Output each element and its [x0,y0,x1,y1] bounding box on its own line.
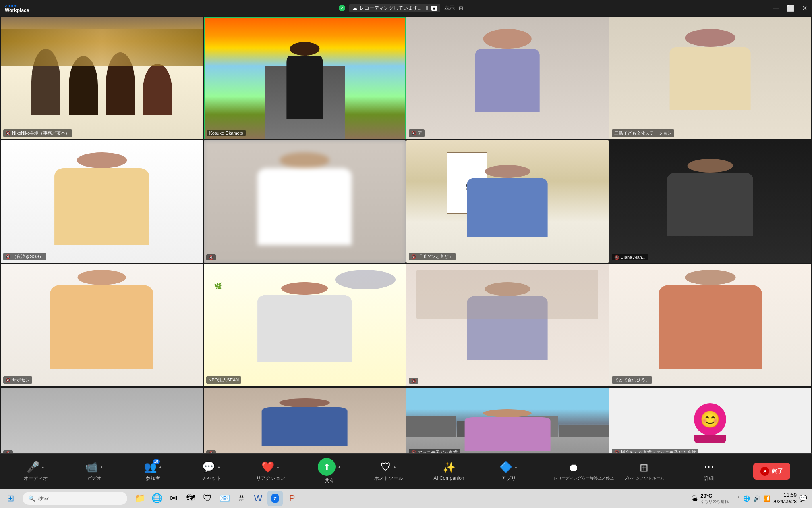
apps-button[interactable]: 🔷 ▲ アプリ [495,461,523,482]
video-cell-sean[interactable]: 🌿 NPO法人SEAN [204,264,406,386]
audio-button[interactable]: 🎤 ▲ オーディオ [22,461,50,482]
bottom-cell-robot[interactable]: 😊 🔇 桜台みんな食堂・アッテモ子ども食堂 [609,388,812,459]
reactions-chevron[interactable]: ▲ [276,465,280,469]
participant-label-kosuke: Kosuke Okamoto [207,130,246,136]
breakout-label: ブレイクアウトルーム [624,476,664,481]
video-cell-diana[interactable]: 🔇 Diana Alan... [609,140,812,263]
participants-button[interactable]: 👥 15 ▲ 参加者 [139,461,167,482]
video-label: ビデオ [87,475,102,482]
word-icon: W [254,493,263,504]
taskbar-app-maps[interactable]: 🗺 [183,491,198,506]
taskbar-app-slack[interactable]: # [234,491,249,506]
ai-companion-button[interactable]: ✨ AI Companion [433,461,464,481]
video-cell-p3[interactable]: 🔇 ア [406,17,609,139]
participant-name-diana: Diana Alan... [621,255,646,260]
grid-icon[interactable]: ⊞ [459,5,463,11]
tray-network-icon: 🌐 [743,495,750,502]
microphone-icon: 🎤 [27,461,39,473]
camera-icon: 📹 [85,461,98,473]
audio-chevron[interactable]: ▲ [41,465,45,469]
tray-wifi-icon: 📶 [763,495,770,502]
participant-label-p11: 🔇 [409,378,418,384]
details-label: 詳細 [704,475,714,482]
mic-muted-icon: 🔇 [6,254,10,259]
apps-icon: 🔷 [499,461,512,473]
video-cell-tetote[interactable]: てとて食のひろ。 [609,264,812,386]
display-button[interactable]: 表示 [444,4,455,12]
video-cell-nikoni[interactable]: 🔇 NikoNiko会場（事務局藤本） [1,17,203,139]
end-x-icon: ✕ [760,467,769,476]
restore-icon[interactable]: ⬜ [787,4,795,12]
end-button[interactable]: ✕ 終了 [753,463,790,480]
windows-start-button[interactable]: ⊞ [0,489,21,508]
taskbar-app-powerpoint[interactable]: P [284,491,300,506]
mic-muted-icon: 🔇 [6,131,10,135]
taskbar-app-outlook[interactable]: 📧 [217,491,232,506]
recording-button[interactable]: ⏺ レコーディングを一時停止／停止 [553,462,594,481]
title-bar: zoom Workplace ✓ ☁ レコーディングしています... ⏸ ■ 表… [0,0,812,16]
tray-volume-icon: 🔊 [753,495,760,502]
video-cell-p11[interactable]: 🔇 [406,264,609,386]
recording-badge: ☁ レコーディングしています... ⏸ ■ [349,4,440,12]
mic-muted-icon: 🔇 [411,254,416,259]
bottom-cell-atemo[interactable]: 🔇 アッテモ子ども食堂 [406,388,609,459]
participant-label-potsu: 🔇 「ポツンと食ど」 [409,253,456,260]
breakout-icon: ⊞ [640,462,648,474]
participant-name-tetote: てとて食のひろ。 [614,377,650,383]
maps-icon: 🗺 [186,493,195,504]
notification-icon[interactable]: 💬 [799,494,807,502]
weather-temp: 29°C [700,493,729,499]
taskbar-app-security[interactable]: 🛡 [200,491,215,506]
video-cell-yorunaki[interactable]: 🔇 （夜泣きSOS） [1,140,203,263]
participant-name-mishima: 三島子ども文化ステーション [614,130,672,136]
taskbar-app-explorer[interactable]: 📁 [132,491,147,506]
tray-chevron[interactable]: ^ [737,496,740,501]
video-cell-kosuke[interactable]: Kosuke Okamoto [204,17,406,139]
taskbar-search-box[interactable]: 🔍 検索 [23,492,127,505]
taskbar-app-chrome[interactable]: 🌐 [149,491,164,506]
taskbar-app-zoom[interactable]: z [267,491,283,506]
end-button-inner[interactable]: ✕ 終了 [753,463,790,480]
breakout-button[interactable]: ⊞ ブレイクアウトルーム [624,462,664,481]
reactions-label: リアクション [256,475,285,482]
windows-logo-icon: ⊞ [7,493,14,504]
close-icon[interactable]: ✕ [802,4,807,12]
details-button[interactable]: ⋯ 詳細 [695,461,723,482]
video-cell-potsu[interactable]: 存命の理 🔇 「ポツンと食ど」 [406,140,609,263]
host-tools-chevron[interactable]: ▲ [393,465,397,469]
reactions-icon: ❤️ [261,461,274,473]
taskbar-datetime: 11:59 2024/09/28 [773,492,797,505]
share-button[interactable]: ⬆ ▲ 共有 [315,458,344,484]
bottom-cell-2[interactable]: 🔇 [204,388,406,459]
participant-label-mishima: 三島子ども文化ステーション [612,129,674,137]
host-tools-button[interactable]: 🛡 ▲ ホストツール [374,461,403,482]
reactions-button[interactable]: ❤️ ▲ リアクション [256,461,285,482]
mic-muted-icon: 🔇 [411,131,416,135]
participant-name-nikoni: NikoNiko会場（事務局藤本） [12,130,70,136]
title-bar-right: — ⬜ ✕ [773,4,807,12]
chat-chevron[interactable]: ▲ [217,465,221,469]
details-button-row: ⋯ [704,461,714,473]
taskbar-time-display: 11:59 [773,492,797,499]
participants-label: 参加者 [146,475,160,482]
chat-button[interactable]: 💬 ▲ チャット [197,461,226,482]
video-cell-mishima[interactable]: 三島子ども文化ステーション [609,17,812,139]
bottom-cell-1[interactable]: 🔇 [1,388,203,459]
share-chevron[interactable]: ▲ [337,465,341,469]
video-cell-blur[interactable]: 🔇 [204,140,406,263]
participants-chevron[interactable]: ▲ [158,465,162,469]
video-cell-saposen[interactable]: 🔇 サポセン [1,264,203,386]
taskbar-app-mail[interactable]: ✉ [166,491,181,506]
apps-chevron[interactable]: ▲ [514,465,518,469]
minimize-icon[interactable]: — [773,4,779,12]
participant-label-nikoni: 🔇 NikoNiko会場（事務局藤本） [3,129,72,137]
taskbar-app-word[interactable]: W [251,491,266,506]
participant-label-p3: 🔇 ア [409,129,425,137]
chat-icon: 💬 [202,461,215,473]
recording-text: レコーディングしています... [360,5,422,12]
weather-widget[interactable]: 🌤 29°C くもりのち晴れ [687,491,733,506]
share-icon: ⬆ [323,462,330,472]
stop-icon: ■ [431,6,437,11]
video-chevron[interactable]: ▲ [99,465,104,469]
video-button[interactable]: 📹 ▲ ビデオ [80,461,108,482]
